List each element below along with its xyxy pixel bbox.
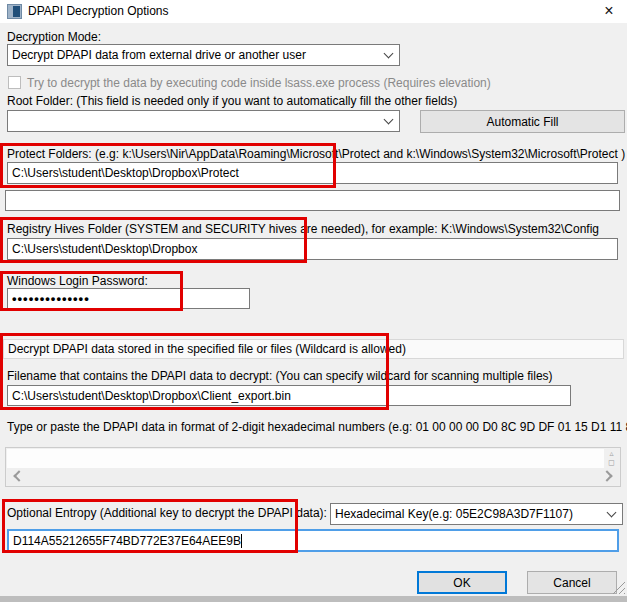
scroll-right-icon[interactable] <box>601 470 612 481</box>
protect-folders-input-2[interactable] <box>5 190 620 211</box>
chevron-down-icon <box>384 115 394 125</box>
decryption-mode-select[interactable]: Decrypt DPAPI data from external drive o… <box>7 44 400 66</box>
title-bar: DPAPI Decryption Options × <box>0 0 627 23</box>
root-folder-combobox[interactable] <box>7 110 400 132</box>
close-icon[interactable]: × <box>594 0 624 23</box>
app-icon <box>7 4 22 19</box>
window-title: DPAPI Decryption Options <box>28 4 169 18</box>
hex-data-label: Type or paste the DPAPI data in format o… <box>7 420 627 434</box>
root-folder-label: Root Folder: (This field is needed only … <box>7 94 457 108</box>
optional-entropy-label: Optional Entropy (Additional key to decr… <box>7 506 327 520</box>
protect-folders-label: Protect Folders: (e.g: k:\Users\Nir\AppD… <box>7 147 625 161</box>
windows-login-password-label: Windows Login Password: <box>7 274 148 288</box>
lsass-checkbox[interactable] <box>8 76 21 89</box>
text-caret <box>241 534 242 548</box>
chevron-down-icon <box>607 508 617 518</box>
lsass-checkbox-label: Try to decrypt the data by executing cod… <box>27 76 491 90</box>
horizontal-scrollbar[interactable] <box>7 468 619 485</box>
entropy-value: D114A55212655F74BD772E37E64AEE9B <box>13 534 241 548</box>
scroll-left-icon[interactable] <box>13 470 24 481</box>
decryption-mode-label: Decryption Mode: <box>7 30 101 44</box>
ok-button[interactable]: OK <box>417 571 507 594</box>
vertical-scrollbar[interactable]: ▵◻ <box>604 449 619 468</box>
filename-input[interactable] <box>7 385 571 406</box>
entropy-input[interactable]: D114A55212655F74BD772E37E64AEE9B <box>7 529 619 552</box>
protect-folders-input-1[interactable] <box>7 162 618 184</box>
entropy-type-select[interactable]: Hexadecimal Key(e.g: 05E2C98A3D7F1107) <box>330 503 623 525</box>
automatic-fill-button[interactable]: Automatic Fill <box>420 110 625 133</box>
cancel-button[interactable]: Cancel <box>527 571 617 594</box>
chevron-down-icon <box>384 49 394 59</box>
file-section-header: Decrypt DPAPI data stored in the specifi… <box>3 339 624 359</box>
dpapi-decryption-options-dialog: DPAPI Decryption Options × Decryption Mo… <box>0 0 627 602</box>
hex-data-textarea[interactable]: ▵◻ <box>5 447 621 487</box>
registry-hives-label: Registry Hives Folder (SYSTEM and SECURI… <box>7 222 599 236</box>
window-bottom-edge <box>0 596 627 602</box>
registry-hives-input[interactable] <box>7 238 618 260</box>
filename-label: Filename that contains the DPAPI data to… <box>7 369 553 383</box>
windows-login-password-input[interactable] <box>7 288 250 309</box>
entropy-type-value: Hexadecimal Key(e.g: 05E2C98A3D7F1107) <box>335 507 573 521</box>
decryption-mode-value: Decrypt DPAPI data from external drive o… <box>12 48 306 62</box>
hex-data-edit-area[interactable] <box>7 449 604 468</box>
